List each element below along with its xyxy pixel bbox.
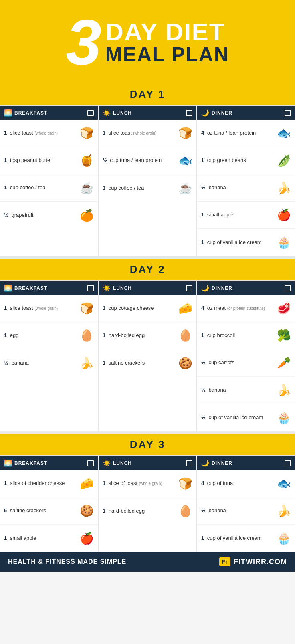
- meal-item-sub: (whole grain): [34, 131, 58, 135]
- day-label-3: DAY 3: [130, 438, 166, 450]
- meal-item-icon: ☕: [79, 181, 94, 194]
- meal-item-icon: 🍪: [178, 357, 192, 370]
- meal-item-name: cup cottage cheese: [109, 305, 154, 311]
- day-label-1: DAY 1: [130, 88, 166, 100]
- footer-brand-name: FITWIRR.COM: [234, 558, 287, 566]
- meal-item-name: grapefruit: [11, 212, 33, 218]
- meal-item-text: ½ banana: [4, 360, 77, 367]
- breakfast-icon-day2: 🌅: [4, 284, 12, 292]
- meal-item-icon: 🧁: [277, 236, 291, 249]
- meal-item-icon: 🥚: [79, 329, 94, 342]
- meal-item-text: ½ banana: [201, 184, 274, 191]
- meal-item: 4 cup of tuna 🐟: [197, 470, 295, 497]
- breakfast-checkbox-day1[interactable]: [87, 110, 94, 116]
- meal-item-text: 1 saltine crackers: [103, 360, 176, 367]
- meal-item: 1 cup cottage cheese 🧀: [99, 295, 196, 322]
- meal-item-name: cup tuna / lean protein: [110, 157, 162, 163]
- meal-item-icon: 🍪: [79, 504, 94, 517]
- meal-item-name: banana: [208, 387, 226, 393]
- breakfast-header-day3: 🌅BREAKFAST: [0, 456, 98, 470]
- meal-item-name: tbsp peanut butter: [10, 157, 52, 163]
- dinner-col-day1: 🌙DINNER4 oz tuna / lean protein 🐟1 cup g…: [197, 106, 295, 256]
- meal-item: 1 cup coffee / tea ☕: [99, 174, 196, 202]
- meal-item-text: 1 cup cottage cheese: [103, 305, 176, 312]
- meal-item-icon: 🍞: [79, 302, 94, 315]
- meal-item-name: slice of toast: [109, 480, 139, 486]
- meal-item-name: slice toast: [10, 130, 34, 136]
- meal-item-qty: ½: [4, 360, 10, 366]
- dinner-icon-day1: 🌙: [201, 109, 209, 117]
- meal-item-icon: 🥩: [277, 302, 291, 315]
- meal-item-icon: 🐟: [178, 154, 192, 167]
- meal-item-qty: ½: [201, 359, 207, 365]
- meal-item-name: cup of tuna: [207, 480, 233, 486]
- breakfast-col-day2: 🌅BREAKFAST1 slice toast (whole grain)🍞1 …: [0, 281, 99, 431]
- meal-item-icon: 🥦: [277, 329, 291, 342]
- meal-item-icon: 🍞: [79, 127, 94, 140]
- meal-item-text: ½ cup tuna / lean protein: [103, 157, 176, 164]
- meal-item-name: banana: [11, 360, 28, 366]
- meal-item-name: saltine crackers: [10, 507, 46, 513]
- meal-item: 1 tbsp peanut butter 🍯: [0, 147, 98, 174]
- meal-item: 1 slice toast (whole grain)🍞: [99, 120, 196, 147]
- meal-item-icon: 🍌: [79, 357, 94, 370]
- meal-item-icon: 🥚: [178, 505, 192, 518]
- meal-item-icon: 🍌: [277, 181, 291, 194]
- day-section-3: DAY 3🌅BREAKFAST1 slice of chedder cheese…: [0, 434, 295, 552]
- dinner-header-day3: 🌙DINNER: [197, 456, 295, 470]
- meal-item-qty: 1: [103, 130, 107, 136]
- footer-brand: F↑ FITWIRR.COM: [219, 557, 287, 566]
- meal-item-name: oz tuna / lean protein: [207, 130, 256, 136]
- meal-item-icon: 🥕: [277, 356, 291, 369]
- breakfast-col-day3: 🌅BREAKFAST1 slice of chedder cheese 🧀5 s…: [0, 456, 99, 552]
- meal-item: 1 slice toast (whole grain)🍞: [0, 120, 98, 147]
- breakfast-checkbox-day3[interactable]: [87, 460, 94, 466]
- meal-item-name: hard-boiled egg: [109, 508, 145, 514]
- meal-item-icon: 🫛: [277, 154, 291, 167]
- lunch-col-day2: ☀️LUNCH1 cup cottage cheese 🧀1 hard-boil…: [99, 281, 197, 431]
- meal-item-text: ½ cup of vanilla ice cream: [201, 414, 274, 421]
- meal-item-name: slice toast: [109, 130, 133, 136]
- meal-item-name: slice toast: [10, 305, 34, 311]
- meal-item-text: 1 cup of vanilla ice cream: [201, 239, 274, 246]
- meal-item-icon: 🍌: [277, 504, 291, 517]
- lunch-icon-day3: ☀️: [103, 459, 111, 467]
- meal-item: 1 cup of vanilla ice cream 🧁: [197, 229, 295, 256]
- meal-item-text: 1 hard-boiled egg: [103, 508, 176, 515]
- meal-item: 1 slice of chedder cheese 🧀: [0, 470, 98, 497]
- meal-item-text: ½ banana: [201, 507, 274, 514]
- meal-item-text: 5 saltine crackers: [4, 507, 77, 514]
- meal-item-text: 1 cup green beans: [201, 157, 274, 164]
- lunch-label-day3: LUNCH: [113, 460, 132, 466]
- dinner-col-day2: 🌙DINNER4 oz meat (or protein substitute)…: [197, 281, 295, 431]
- meal-item: 1 egg 🥚: [0, 322, 98, 349]
- dinner-header-day2: 🌙DINNER: [197, 281, 295, 295]
- meal-item: 1 small apple 🍎: [0, 525, 98, 552]
- lunch-checkbox-day3[interactable]: [186, 460, 192, 466]
- dinner-icon-day3: 🌙: [201, 459, 209, 467]
- dinner-checkbox-day1[interactable]: [285, 110, 291, 116]
- meal-item-text: 1 cup of vanilla ice cream: [201, 535, 274, 542]
- lunch-checkbox-day2[interactable]: [186, 285, 192, 291]
- meal-item-text: 1 tbsp peanut butter: [4, 157, 77, 164]
- dinner-checkbox-day3[interactable]: [285, 460, 291, 466]
- meal-item-qty: 1: [201, 157, 206, 163]
- meal-item-qty: 1: [4, 332, 8, 338]
- meal-item-name: banana: [208, 507, 226, 513]
- meal-item-name: cup coffee / tea: [10, 184, 46, 190]
- lunch-label-day1: LUNCH: [113, 110, 132, 116]
- footer-logo-icon: F↑: [219, 557, 230, 566]
- breakfast-checkbox-day2[interactable]: [87, 285, 94, 291]
- dinner-checkbox-day2[interactable]: [285, 285, 291, 291]
- meal-item-text: 1 cup broccoli: [201, 332, 274, 339]
- lunch-col-day1: ☀️LUNCH1 slice toast (whole grain)🍞½ cup…: [99, 106, 197, 256]
- meal-item-qty: 1: [103, 508, 107, 514]
- meal-item-qty: 1: [201, 212, 206, 218]
- meal-item-qty: 1: [103, 305, 107, 311]
- meal-item-text: 1 small apple: [201, 212, 274, 218]
- day-label-2: DAY 2: [130, 263, 166, 275]
- day-banner-1: DAY 1: [0, 84, 295, 105]
- meal-item-qty: ½: [201, 507, 207, 513]
- lunch-checkbox-day1[interactable]: [186, 110, 192, 116]
- meal-item-text: 1 cup coffee / tea: [103, 185, 176, 192]
